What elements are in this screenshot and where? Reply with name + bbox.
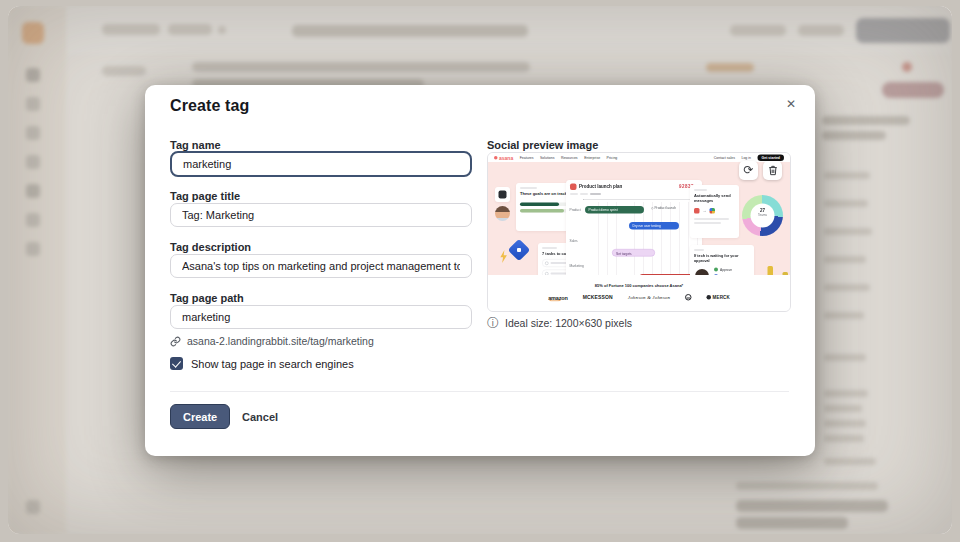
amazon-logo: amazon (548, 294, 568, 300)
mini-gantt-bar: Set targets (612, 249, 655, 257)
mini-donut-chart: 27Teams (742, 195, 783, 236)
mini-section-label: Marketing (570, 264, 584, 268)
mini-section-label: Product (570, 208, 581, 212)
modal-title: Create tag (170, 97, 249, 115)
blue-diamond-icon (508, 239, 531, 262)
close-icon[interactable]: ✕ (781, 94, 801, 114)
delete-preview-icon[interactable] (763, 161, 782, 180)
merck-logo: MERCK (707, 295, 730, 300)
mini-get-started-button: Get started (758, 154, 784, 161)
mini-nav-item: Pricing (607, 156, 618, 160)
screen: Create tag ✕ Tag name Tag page title Tag… (0, 0, 960, 542)
cancel-button[interactable]: Cancel (236, 404, 284, 429)
mini-nav-item: Resources (561, 156, 578, 160)
tag-page-path-input[interactable] (170, 305, 472, 329)
social-preview-image: ⟳ asana Features Solutions Resources Ent… (487, 152, 791, 312)
tag-description-label: Tag description (170, 241, 251, 253)
link-icon (170, 336, 181, 347)
mini-login: Log in (741, 156, 751, 160)
circle-logo (685, 294, 692, 301)
tag-description-input[interactable] (170, 254, 472, 278)
create-tag-modal: Create tag ✕ Tag name Tag page title Tag… (145, 85, 815, 456)
mini-contact-sales: Contact sales (714, 156, 735, 160)
mini-board-icon (570, 184, 577, 191)
mini-nav-item: Features (520, 156, 534, 160)
create-button[interactable]: Create (170, 404, 230, 429)
refresh-preview-icon[interactable]: ⟳ (739, 161, 758, 180)
checkbox-checked-icon[interactable] (170, 357, 183, 370)
mini-messages-title: Automatically send messages (694, 194, 735, 204)
mini-caption: 85% of Fortune 100 companies choose Asan… (488, 283, 790, 288)
tag-page-title-input[interactable] (170, 203, 472, 227)
search-engines-row[interactable]: Show tag page in search engines (170, 357, 354, 370)
mini-goals-title: These goals are on track (520, 192, 570, 197)
mini-nav-item: Enterprise (584, 156, 600, 160)
mini-nav-item: Solutions (540, 156, 554, 160)
tag-page-path-label: Tag page path (170, 292, 244, 304)
tag-page-title-label: Tag page title (170, 190, 240, 202)
mini-section-label: Sales (570, 239, 578, 243)
info-icon: ⓘ (487, 317, 499, 329)
trash-icon (768, 165, 778, 176)
mckesson-logo: MCKESSON (583, 295, 613, 301)
tag-url-text: asana-2.landingrabbit.site/tag/marketing (187, 335, 374, 347)
tag-name-input[interactable] (170, 151, 472, 177)
search-engines-label: Show tag page in search engines (191, 358, 354, 370)
tag-name-label: Tag name (170, 139, 221, 151)
mini-avatar (495, 206, 510, 221)
ideal-size-note: ⓘ Ideal size: 1200×630 pixels (487, 317, 632, 329)
ideal-size-text: Ideal size: 1200×630 pixels (505, 317, 632, 329)
mini-gantt-bar: Dry run user testing (629, 222, 679, 230)
mini-gantt-panel: Product launch plan 92832 Product Sales … (566, 180, 702, 289)
mini-logo-card (495, 187, 510, 202)
asana-logo: asana (494, 155, 513, 161)
lightning-icon (499, 250, 508, 263)
mini-milestone: ◇ Product launch (651, 206, 676, 210)
tag-url-preview: asana-2.landingrabbit.site/tag/marketing (170, 335, 374, 347)
social-preview-heading: Social preview image (487, 139, 598, 151)
mini-messages-card: Automatically send messages → (690, 185, 739, 238)
mini-board-title: Product launch plan (579, 184, 622, 189)
mini-approval-title: If tech is waiting for your approval (694, 254, 750, 263)
mini-gantt-bar: Product demo sprint (585, 206, 644, 214)
johnson-johnson-logo: Johnson & Johnson (628, 295, 670, 301)
mini-logos-section: 85% of Fortune 100 companies choose Asan… (488, 275, 790, 312)
footer-divider (170, 391, 789, 392)
